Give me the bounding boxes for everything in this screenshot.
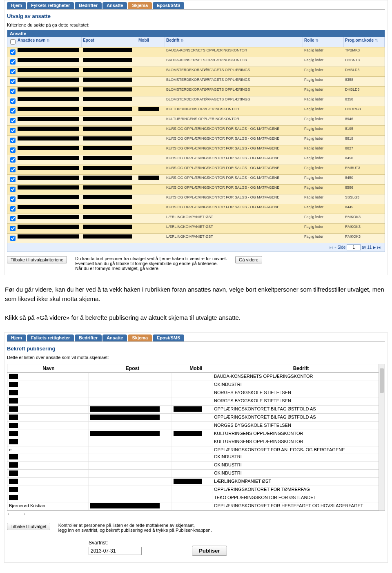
- table-row[interactable]: LÆRLINGKOMPANIET ØSTFaglig lederRMKOK3: [7, 233, 385, 243]
- table-row[interactable]: BAUDA-KONSERNETS OPPLÆRINGSKONTORFaglig …: [7, 57, 385, 67]
- tab-bedrifter[interactable]: Bedrifter: [75, 2, 102, 9]
- table-row[interactable]: KURS OG OPPLÆRINGSKONTOR FOR SALGS - OG …: [7, 155, 385, 165]
- body-paragraph-2: Klikk så på «Gå videre» for å bekrefte p…: [5, 313, 387, 323]
- row-checkbox[interactable]: [10, 187, 16, 192]
- table-row[interactable]: KURS OG OPPLÆRINGSKONTOR FOR SALGS - OG …: [7, 135, 385, 145]
- tab-skjema[interactable]: Skjema: [128, 334, 152, 341]
- cell-bedrift: OPPLÆRINGSKONTORET FOR HESTEFAGET OG HOV…: [212, 502, 379, 510]
- row-checkbox[interactable]: [10, 236, 16, 241]
- tab-ansatte[interactable]: Ansatte: [102, 2, 127, 9]
- cell-prog: 8445: [344, 204, 385, 214]
- row-checkbox[interactable]: [10, 226, 16, 231]
- table-row[interactable]: KURS OG OPPLÆRINGSKONTOR FOR SALGS - OG …: [7, 145, 385, 155]
- table-row[interactable]: KURS OG OPPLÆRINGSKONTOR FOR SALGS - OG …: [7, 204, 385, 214]
- tab-epost-sms[interactable]: Epost/SMS: [153, 334, 184, 341]
- row-checkbox[interactable]: [10, 98, 16, 104]
- cell-prog: DHBLD3: [344, 67, 385, 76]
- tab-bedrifter[interactable]: Bedrifter: [75, 334, 102, 341]
- tab-fylkets-rettigheter[interactable]: Fylkets rettigheter: [27, 2, 74, 9]
- pager-page-input[interactable]: [347, 244, 361, 250]
- cell-navn: e: [9, 447, 11, 452]
- table-row[interactable]: BLOMSTERDEKORATØRFAGETS OPPLÆRINGSFaglig…: [7, 67, 385, 76]
- row-checkbox[interactable]: [10, 108, 16, 114]
- cell-rolle: Faglig leder: [303, 77, 344, 86]
- row-checkbox[interactable]: [10, 177, 16, 182]
- table-row[interactable]: KULTURRINGENS OPPLÆRINGSKONTORFaglig led…: [7, 106, 385, 116]
- row-checkbox[interactable]: [10, 196, 16, 202]
- col-header-navn[interactable]: Ansattes navn: [16, 37, 82, 47]
- cell-prog: RMBUT3: [344, 165, 385, 174]
- table-row[interactable]: BAUDA-KONSERNETS OPPLÆRINGSKONTORFaglig …: [7, 47, 385, 57]
- cell-bedrift: NORGES BYGGSKOLE STIFTELSEN: [212, 397, 379, 405]
- row-checkbox[interactable]: [10, 59, 16, 65]
- row-checkbox[interactable]: [10, 79, 16, 84]
- table-row: KULTURRINGENS OPPLÆRINGSKONTOR: [7, 430, 379, 438]
- pager-next-icon[interactable]: ▶ ⏭: [373, 245, 381, 250]
- table-row[interactable]: KURS OG OPPLÆRINGSKONTOR FOR SALGS - OG …: [7, 194, 385, 204]
- col-header-mobil[interactable]: Mobil: [137, 37, 165, 47]
- row-checkbox[interactable]: [10, 69, 16, 74]
- cell-rolle: Faglig leder: [303, 175, 344, 184]
- pager-first-icon[interactable]: ⏮ ◀: [329, 245, 336, 250]
- table-row[interactable]: BLOMSTERDEKORATØRFAGETS OPPLÆRINGSFaglig…: [7, 86, 385, 96]
- tab-ansatte[interactable]: Ansatte: [102, 334, 127, 341]
- table-row[interactable]: LÆRLINGKOMPANIET ØSTFaglig lederRMKOK3: [7, 214, 385, 223]
- table-row: OPPLÆRINGSKONTORET BILFAG ØSTFOLD AS: [7, 414, 379, 422]
- row-checkbox[interactable]: [10, 128, 16, 133]
- cell-prog: RMKOK3: [344, 234, 385, 243]
- cell-rolle: Faglig leder: [303, 57, 344, 67]
- select-all-checkbox[interactable]: [10, 39, 16, 45]
- scrollbar[interactable]: [379, 364, 385, 511]
- help-text: Du kan ta bort personer fra utvalget ved…: [75, 256, 227, 271]
- tab-hjem[interactable]: Hjem: [7, 334, 26, 341]
- cell-bedrift: OPPLÆRINGSKONTORET BILFAG ØSTFOLD AS: [212, 406, 379, 413]
- table-row[interactable]: BLOMSTERDEKORATØRFAGETS OPPLÆRINGSFaglig…: [7, 96, 385, 106]
- table-row: Bjørnerød KristianOPPLÆRINGSKONTORET FOR…: [7, 502, 379, 511]
- cell-bedrift: KURS OG OPPLÆRINGSKONTOR FOR SALGS - OG …: [165, 145, 303, 155]
- col2-navn: Navn: [7, 364, 90, 372]
- row-checkbox[interactable]: [10, 147, 16, 153]
- row-checkbox[interactable]: [10, 49, 16, 55]
- cell-prog: 8450: [344, 175, 385, 184]
- tab-hjem[interactable]: Hjem: [7, 2, 26, 9]
- table-row: NORGES BYGGSKOLE STIFTELSEN: [7, 397, 379, 406]
- subtitle-2: Dette er listen over ansatte som vil mot…: [7, 355, 385, 360]
- table-row[interactable]: KURS OG OPPLÆRINGSKONTOR FOR SALGS - OG …: [7, 184, 385, 194]
- table-row[interactable]: BLOMSTERDEKORATØRFAGETS OPPLÆRINGSFaglig…: [7, 76, 385, 86]
- col-header-bedrift[interactable]: Bedrift: [165, 37, 303, 47]
- col-header-epost[interactable]: Epost: [82, 37, 137, 47]
- row-checkbox[interactable]: [10, 138, 16, 143]
- table-row: OPPLÆRINGSKONTORET BILFAG ØSTFOLD AS: [7, 406, 379, 414]
- cell-bedrift: BLOMSTERDEKORATØRFAGETS OPPLÆRINGS: [165, 67, 303, 76]
- back-to-selection-button[interactable]: Tilbake til utvalget: [7, 523, 50, 530]
- cell-prog: 8819: [344, 136, 385, 145]
- tab-skjema[interactable]: Skjema: [128, 2, 152, 9]
- row-checkbox[interactable]: [10, 206, 16, 212]
- row-checkbox[interactable]: [10, 216, 16, 221]
- cell-prog: 8358: [344, 77, 385, 86]
- cell-rolle: Faglig leder: [303, 145, 344, 155]
- row-checkbox[interactable]: [10, 167, 16, 172]
- table-row[interactable]: LÆRLINGKOMPANIET ØSTFaglig lederRMKOK3: [7, 223, 385, 233]
- row-checkbox[interactable]: [10, 157, 16, 163]
- table-row[interactable]: KURS OG OPPLÆRINGSKONTOR FOR SALGS - OG …: [7, 174, 385, 184]
- col-header-rolle[interactable]: Rolle: [303, 37, 344, 47]
- table-row: KULTURRINGENS OPPLÆRINGSKONTOR: [7, 438, 379, 446]
- forward-button[interactable]: Gå videre: [235, 256, 262, 263]
- table-row[interactable]: KURS OG OPPLÆRINGSKONTOR FOR SALGS - OG …: [7, 125, 385, 135]
- table-row[interactable]: KULTURRINGENS OPPLÆRINGSKONTORFaglig led…: [7, 116, 385, 125]
- tab-fylkets-rettigheter[interactable]: Fylkets rettigheter: [27, 334, 74, 341]
- svarfrist-input[interactable]: [89, 547, 142, 555]
- back-button[interactable]: Tilbake til utvalgskriteriene: [7, 256, 67, 263]
- tab-epost-sms[interactable]: Epost/SMS: [153, 2, 184, 9]
- table-row: OPPLÆRINGSKONTORET FOR TØMRERFAG: [7, 486, 379, 494]
- cell-navn: Bjørnerød Kristian: [9, 503, 45, 508]
- row-checkbox[interactable]: [10, 89, 16, 94]
- cell-bedrift: LÆRLINGKOMPANIET ØST: [165, 234, 303, 243]
- cell-bedrift: KURS OG OPPLÆRINGSKONTOR FOR SALGS - OG …: [165, 175, 303, 184]
- row-checkbox[interactable]: [10, 118, 16, 123]
- publish-button[interactable]: Publiser: [192, 546, 227, 556]
- cell-rolle: Faglig leder: [303, 234, 344, 243]
- col-header-prog[interactable]: Prog.omr.kode: [344, 37, 385, 47]
- table-row[interactable]: KURS OG OPPLÆRINGSKONTOR FOR SALGS - OG …: [7, 165, 385, 174]
